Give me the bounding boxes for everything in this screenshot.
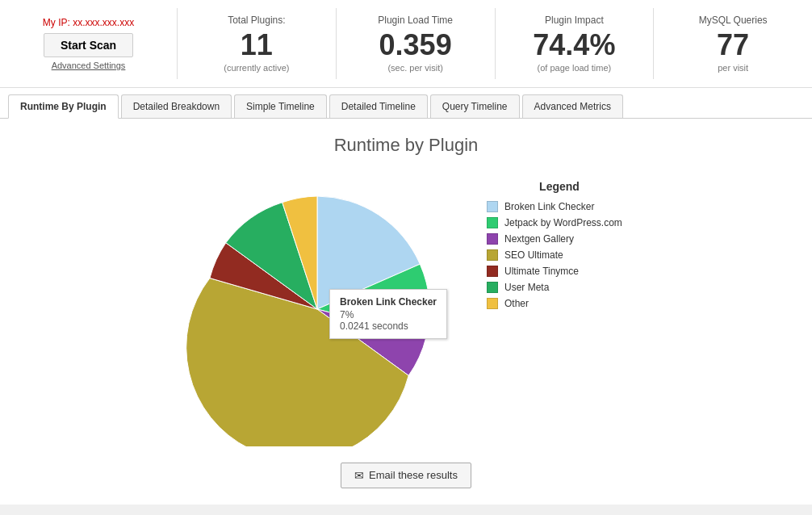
tab-bar: Runtime By Plugin Detailed Breakdown Sim… <box>0 88 812 119</box>
legend-swatch-1 <box>487 217 498 228</box>
stat-value-1: 0.359 <box>349 29 483 61</box>
legend-item-5: User Meta <box>487 282 632 293</box>
legend-swatch-6 <box>487 298 498 309</box>
start-scan-button[interactable]: Start Scan <box>44 33 133 57</box>
legend-label-1: Jetpack by WordPress.com <box>504 217 622 228</box>
email-icon: ✉ <box>354 469 364 482</box>
top-bar: My IP: xx.xxx.xxx.xxx Start Scan Advance… <box>0 0 812 88</box>
legend-swatch-2 <box>487 233 498 245</box>
legend-label-2: Nextgen Gallery <box>504 233 574 245</box>
legend-label-4: Ultimate Tinymce <box>504 266 579 277</box>
legend-item-1: Jetpack by WordPress.com <box>487 217 632 228</box>
stat-label-2: Plugin Impact <box>508 15 642 26</box>
legend-label-3: SEO Ultimate <box>504 249 563 261</box>
legend-swatch-4 <box>487 266 498 277</box>
chart-area: Broken Link Checker 7% 0.0241 seconds Le… <box>16 172 796 446</box>
stat-sub-0: (currently active) <box>190 63 324 73</box>
my-ip-section: My IP: xx.xxx.xxx.xxx Start Scan Advance… <box>0 8 178 79</box>
stat-label-0: Total Plugins: <box>190 15 324 26</box>
legend-item-3: SEO Ultimate <box>487 249 632 261</box>
email-results-button[interactable]: ✉ Email these results <box>341 463 471 488</box>
stat-mysql-queries: MySQL Queries 77 per visit <box>654 8 812 79</box>
stat-value-0: 11 <box>190 29 324 61</box>
stat-plugin-load-time: Plugin Load Time 0.359 (sec. per visit) <box>337 8 496 79</box>
legend-label-0: Broken Link Checker <box>504 201 594 212</box>
my-ip-label: My IP: xx.xxx.xxx.xxx <box>43 17 134 28</box>
pie-chart-container: Broken Link Checker 7% 0.0241 seconds <box>180 172 454 446</box>
advanced-settings-link[interactable]: Advanced Settings <box>52 61 126 70</box>
legend-items: Broken Link CheckerJetpack by WordPress.… <box>487 201 632 309</box>
stat-label-1: Plugin Load Time <box>349 15 483 26</box>
legend-label-6: Other <box>504 298 529 309</box>
tab-detailed-timeline[interactable]: Detailed Timeline <box>329 94 428 118</box>
email-button-label: Email these results <box>369 469 458 481</box>
legend-label-5: User Meta <box>504 282 549 293</box>
stat-value-2: 74.4% <box>508 29 642 61</box>
legend-swatch-3 <box>487 249 498 261</box>
tab-simple-timeline[interactable]: Simple Timeline <box>234 94 327 118</box>
chart-legend: Legend Broken Link CheckerJetpack by Wor… <box>487 172 632 314</box>
stat-sub-1: (sec. per visit) <box>349 63 483 73</box>
main-content: Runtime by Plugin <box>0 119 812 505</box>
legend-item-6: Other <box>487 298 632 309</box>
stat-total-plugins: Total Plugins: 11 (currently active) <box>178 8 337 79</box>
stat-plugin-impact: Plugin Impact 74.4% (of page load time) <box>496 8 655 79</box>
tab-advanced-metrics[interactable]: Advanced Metrics <box>522 94 623 118</box>
chart-title: Runtime by Plugin <box>16 135 796 156</box>
legend-item-0: Broken Link Checker <box>487 201 632 212</box>
legend-item-4: Ultimate Tinymce <box>487 266 632 277</box>
legend-swatch-0 <box>487 201 498 212</box>
legend-title: Legend <box>487 180 632 193</box>
stat-value-3: 77 <box>666 29 800 61</box>
pie-chart-svg <box>180 172 454 446</box>
tab-query-timeline[interactable]: Query Timeline <box>430 94 520 118</box>
email-row: ✉ Email these results <box>16 463 796 488</box>
tab-runtime-by-plugin[interactable]: Runtime By Plugin <box>8 94 119 119</box>
stat-sub-3: per visit <box>666 63 800 73</box>
legend-swatch-5 <box>487 282 498 293</box>
stat-sub-2: (of page load time) <box>508 63 642 73</box>
stat-label-3: MySQL Queries <box>666 15 800 26</box>
legend-item-2: Nextgen Gallery <box>487 233 632 245</box>
tab-detailed-breakdown[interactable]: Detailed Breakdown <box>121 94 232 118</box>
